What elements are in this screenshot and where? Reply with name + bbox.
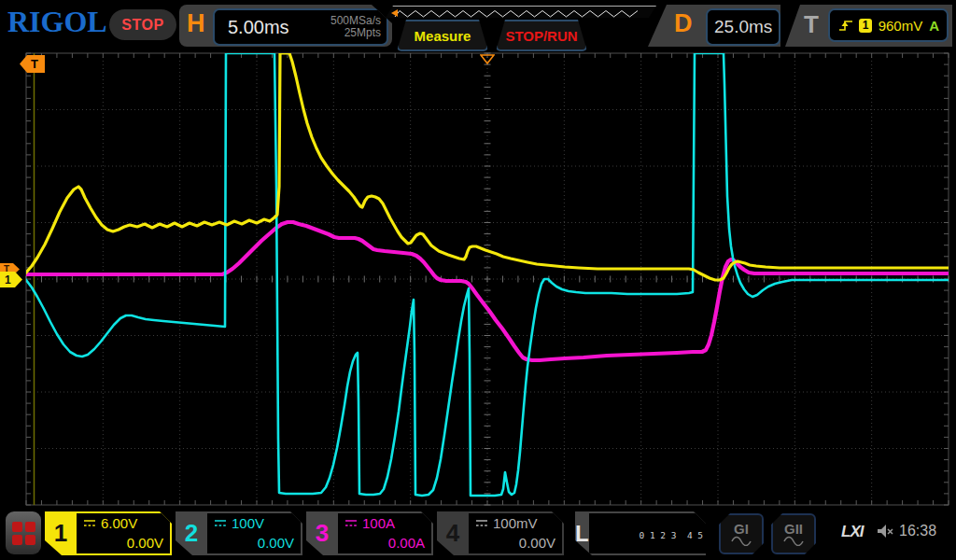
trigger-edge-icon [837, 18, 852, 33]
trigger-source-badge: 1 [859, 19, 871, 33]
delay-value: 25.0ms [714, 17, 772, 37]
channel-4-status[interactable]: 4 100mV 0.00V [437, 511, 564, 555]
position-marker-icon [391, 9, 398, 17]
menu-button[interactable] [6, 511, 41, 554]
delay-triangle-icon [480, 54, 495, 65]
logic-channel-numbers: 0 1 2 3 4 5 6 7 8 9 1011 12131415 [589, 513, 730, 553]
sine-wave-icon [730, 536, 752, 546]
channel-3-status[interactable]: 3 100A 0.00A [306, 511, 433, 555]
gi-label: GI [734, 522, 749, 536]
delay-position-marker[interactable] [480, 52, 495, 69]
dc-coupling-icon [214, 519, 227, 527]
channel-2-status[interactable]: 2 100V 0.00V [176, 511, 302, 555]
channel-2-offset: 0.00V [214, 535, 294, 551]
measure-button-label: Measure [415, 28, 471, 44]
channel-2-scale: 100V [232, 515, 264, 531]
gii-label: GII [784, 522, 803, 536]
delay-panel[interactable]: D 25.0ms [648, 5, 780, 47]
dc-coupling-icon [344, 519, 358, 527]
bottom-status-bar: 1 6.00V 0.00V 2 [0, 509, 956, 560]
source-gi-button[interactable]: GI [719, 513, 764, 554]
waveform-overview-icon [386, 7, 654, 20]
channel-1-marker-label: 1 [5, 273, 11, 287]
trigger-position-flag-label: T [31, 57, 38, 71]
trigger-panel[interactable]: T 1 960mV A [785, 5, 952, 47]
horizontal-label: H [187, 9, 205, 38]
ch3-trace [22, 222, 949, 360]
channel-3-offset: 0.00A [344, 535, 425, 551]
sample-rate: 500MSa/s [330, 14, 381, 27]
channel-1-number: 1 [45, 511, 77, 555]
clock: 16:38 [899, 523, 936, 539]
acquisition-info: 500MSa/s 25Mpts [330, 15, 381, 39]
memory-depth: 25Mpts [344, 26, 381, 39]
rigol-logo: RIGOL [7, 5, 107, 39]
delay-label: D [674, 9, 693, 38]
run-status-badge: STOP [109, 9, 176, 40]
lxi-indicator: LXI [841, 523, 863, 541]
channel-3-scale: 100A [362, 515, 395, 531]
dc-coupling-icon [83, 519, 96, 527]
timebase-value: 5.00ms [228, 17, 289, 38]
trigger-box: 1 960mV A [828, 8, 949, 42]
channel-2-number: 2 [176, 511, 207, 555]
trigger-label: T [804, 10, 819, 39]
channel-4-offset: 0.00V [475, 535, 555, 551]
trigger-level-value: 960mV [879, 18, 923, 34]
horizontal-box: 5.00ms 500MSa/s 25Mpts [213, 8, 388, 46]
speaker-muted-icon [877, 524, 894, 542]
channel-1-scale: 6.00V [101, 515, 137, 531]
horizontal-panel[interactable]: H 5.00ms 500MSa/s 25Mpts [179, 5, 392, 47]
dc-coupling-icon [475, 519, 488, 527]
sine-wave-icon [782, 536, 805, 546]
waveform-display [0, 0, 956, 560]
channel-1-status[interactable]: 1 6.00V 0.00V [45, 511, 172, 555]
channel-4-scale: 100mV [493, 515, 538, 531]
horizontal-position-indicator[interactable] [386, 6, 656, 20]
delay-box: 25.0ms [706, 8, 780, 46]
stop-run-button[interactable]: STOP/RUN [496, 20, 587, 51]
oscilloscope-screen: T T 1 RIGOL STOP H 5.00ms 500MSa/s 25Mpt… [0, 0, 956, 560]
top-status-bar: RIGOL STOP H 5.00ms 500MSa/s 25Mpts Meas… [0, 0, 956, 51]
channel-3-number: 3 [306, 511, 338, 555]
channel-1-offset: 0.00V [83, 535, 163, 551]
measure-button[interactable]: Measure [397, 20, 488, 51]
logic-label: L [575, 511, 589, 555]
channel-4-number: 4 [437, 511, 469, 555]
logic-channels-status[interactable]: L 0 1 2 3 4 5 6 7 8 9 1011 12131415 [575, 511, 706, 555]
source-gii-button[interactable]: GII [771, 513, 816, 554]
trigger-mode: A [929, 18, 939, 34]
stop-run-button-label: STOP/RUN [505, 28, 577, 44]
menu-grid-icon [12, 522, 22, 532]
